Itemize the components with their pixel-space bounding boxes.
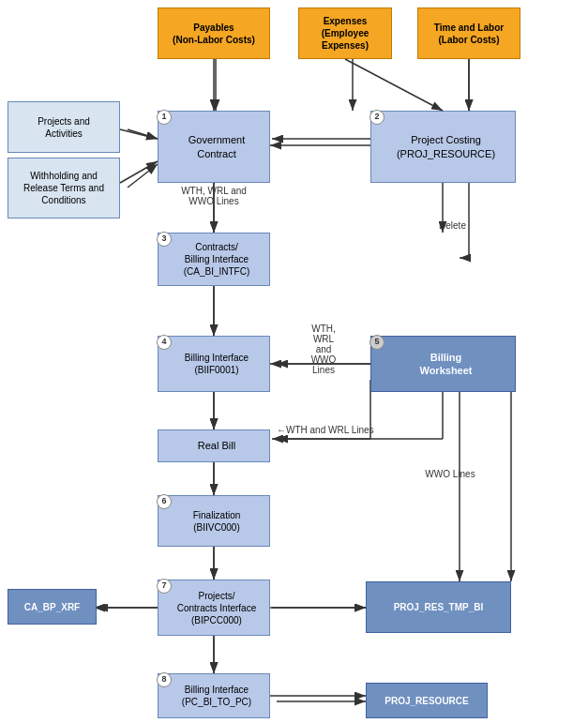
time-labor-box: Time and Labor (Labor Costs) — [417, 8, 520, 59]
expenses-box: Expenses (Employee Expenses) — [298, 8, 392, 59]
num7: 7 — [157, 579, 172, 594]
svg-line-24 — [345, 59, 443, 111]
wwo-lines-label: WWO Lines — [413, 469, 488, 479]
num4: 4 — [157, 335, 172, 350]
finalization-box: 6 Finalization (BIIVC000) — [158, 495, 270, 547]
num8: 8 — [157, 672, 172, 687]
government-contract-box: 1 Government Contract — [158, 111, 270, 183]
svg-line-6 — [128, 164, 158, 188]
svg-line-5 — [128, 129, 158, 139]
diagram-container: Payables (Non-Labor Costs) Expenses (Emp… — [0, 0, 588, 723]
billing-worksheet-box: 5 Billing Worksheet — [370, 336, 516, 392]
billing-interface-box: 4 Billing Interface (BIIF0001) — [158, 336, 270, 392]
project-costing-box: 2 Project Costing (PROJ_RESOURCE) — [370, 111, 516, 183]
wth-wrl-wwo-label1: WTH, WRL andWWO Lines — [158, 186, 270, 206]
ca-bp-xrf-box: CA_BP_XRF — [8, 589, 97, 625]
svg-line-28 — [120, 161, 158, 183]
real-bill-box: Real Bill — [158, 429, 270, 462]
billing-interface2-box: 8 Billing Interface (PC_BI_TO_PC) — [158, 673, 270, 718]
projects-contracts-box: 7 Projects/ Contracts Interface (BIPCC00… — [158, 580, 270, 636]
wth-wrl-wwo-label2: WTH,WRLandWWOLines — [281, 324, 366, 375]
contracts-billing-box: 3 Contracts/ Billing Interface (CA_BI_IN… — [158, 233, 270, 286]
num5: 5 — [369, 335, 384, 350]
num2: 2 — [369, 110, 384, 125]
num1: 1 — [157, 110, 172, 125]
projects-activities-box: Projects and Activities — [8, 101, 120, 153]
delete-label: Delete — [427, 220, 478, 231]
proj-res-tmp-bi-box: PROJ_RES_TMP_BI — [366, 581, 511, 633]
withholding-box: Withholding and Release Terms and Condit… — [8, 158, 120, 218]
wth-wrl-label: ←WTH and WRL Lines — [277, 425, 399, 435]
svg-line-27 — [120, 129, 158, 139]
num6: 6 — [157, 494, 172, 509]
proj-resource-box: PROJ_RESOURCE — [366, 683, 488, 718]
payables-box: Payables (Non-Labor Costs) — [158, 8, 270, 59]
num3: 3 — [157, 232, 172, 247]
